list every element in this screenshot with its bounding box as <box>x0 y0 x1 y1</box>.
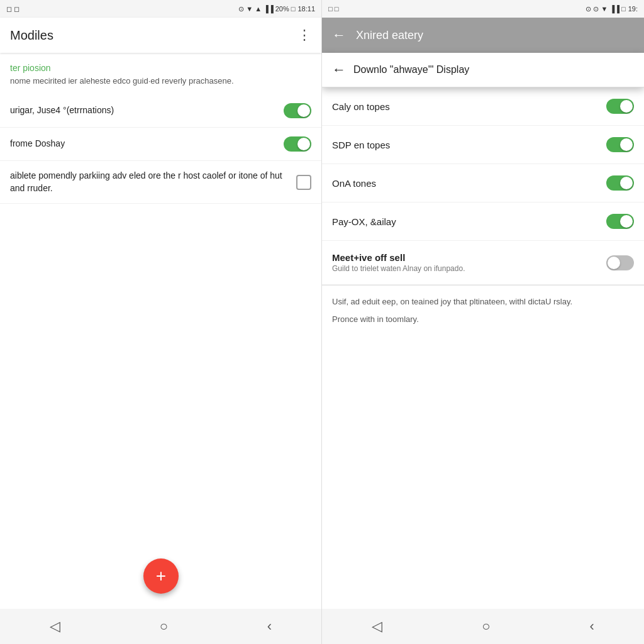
status-time-left: 18:11 <box>297 5 315 13</box>
status-time-right: 19: <box>628 5 638 13</box>
recents-nav-icon-right[interactable]: ‹ <box>590 618 594 635</box>
section-desc: nome mecirited ier aleheste edco guid·ed… <box>0 75 321 94</box>
right-info-block: Usif, ad eduit eep, on teained joy that … <box>322 285 644 340</box>
right-content: Caly on topes SDP en topes OnA tones Pay… <box>322 87 644 609</box>
status-icons-text: ⊙ ▼ ▲ ▐▐ 20% □ <box>238 5 295 13</box>
right-info-text-1: Usif, ad eduit eep, on teained joy that … <box>332 296 634 308</box>
nav-bar-right: ◁ ○ ‹ <box>322 609 644 644</box>
dropdown-back-icon[interactable]: ← <box>332 62 346 78</box>
app-bar-title-right: Xnired eatery <box>356 29 423 42</box>
right-toggle-2[interactable] <box>606 137 634 152</box>
status-bar-left-icons: ◻ ◻ <box>6 5 19 13</box>
home-nav-icon-right[interactable]: ○ <box>482 618 490 635</box>
right-setting-text-5: Meet+ive off sell <box>332 252 599 263</box>
right-toggle-5[interactable] <box>606 255 634 270</box>
status-bar-left: ◻ ◻ ⊙ ▼ ▲ ▐▐ 20% □ 18:11 <box>0 0 321 18</box>
right-setting-item-5[interactable]: Meet+ive off sell Guild to trielet waten… <box>322 241 644 285</box>
app-bar-right: ← Xnired eatery <box>322 18 644 53</box>
status-bar-right-left: □ □ <box>328 5 338 13</box>
dropdown-title: Downlo "ahwaye'" Display <box>353 64 469 75</box>
fab-button[interactable]: + <box>143 558 179 594</box>
status-icons-right: ⊙ ▼ ▲ ▐▐ 20% □ 18:11 <box>238 5 315 13</box>
right-setting-item-2[interactable]: SDP en topes <box>322 126 644 164</box>
back-nav-icon-left[interactable]: ◁ <box>50 618 60 635</box>
dropdown-overlay: ← Downlo "ahwaye'" Display <box>322 53 644 87</box>
setting-item-1[interactable]: urigar, Juse4 °(etrrnations) <box>0 94 321 128</box>
right-setting-item-1[interactable]: Caly on topes <box>322 87 644 126</box>
right-setting-item-3[interactable]: OnA tones <box>322 164 644 203</box>
right-setting-text-3: OnA tones <box>332 178 376 189</box>
app-bar-title-left: Modiles <box>10 28 53 43</box>
back-nav-icon-right[interactable]: ◁ <box>372 618 382 635</box>
back-arrow-right[interactable]: ← <box>332 27 346 43</box>
right-setting-text-4: Pay-OX, &ailay <box>332 216 396 227</box>
recents-nav-icon-left[interactable]: ‹ <box>267 618 272 635</box>
app-bar-left: Modiles ⋮ <box>0 18 321 53</box>
right-toggle-1[interactable] <box>606 99 634 114</box>
right-toggle-4[interactable] <box>606 214 634 229</box>
right-setting-text-2: SDP en topes <box>332 140 390 150</box>
checkbox-3[interactable] <box>296 175 311 190</box>
left-content: ter piosion nome mecirited ier aleheste … <box>0 53 321 609</box>
setting-item-3[interactable]: aiblete pomendly parkiing adv eled ore t… <box>0 161 321 204</box>
right-info-text-2: Pronce with in toomlary. <box>332 313 634 326</box>
toggle-2[interactable] <box>284 136 311 152</box>
setting-item-2[interactable]: frome Doshay <box>0 128 321 161</box>
right-setting-sub-5: Guild to trielet waten Alnay on ifunpado… <box>332 264 599 273</box>
more-options-icon[interactable]: ⋮ <box>297 27 311 43</box>
right-toggle-3[interactable] <box>606 175 634 191</box>
nav-bar-left: ◁ ○ ‹ <box>0 609 321 644</box>
left-panel: ◻ ◻ ⊙ ▼ ▲ ▐▐ 20% □ 18:11 Modiles ⋮ ter p… <box>0 0 322 644</box>
setting-item-1-text: urigar, Juse4 °(etrrnations) <box>10 104 284 117</box>
right-setting-text-1: Caly on topes <box>332 101 390 112</box>
right-setting-item-4[interactable]: Pay-OX, &ailay <box>322 203 644 241</box>
setting-item-2-text: frome Doshay <box>10 138 284 150</box>
setting-item-3-text: aiblete pomendly parkiing adv eled ore t… <box>10 170 296 194</box>
right-panel: □ □ ⊙ ⊙ ▼ ▐▐ □ 19: ← Xnired eatery ← Dow… <box>322 0 644 644</box>
toggle-1[interactable] <box>284 103 311 118</box>
status-icons-right-text: ⊙ ⊙ ▼ ▐▐ □ <box>586 5 625 13</box>
home-nav-icon-left[interactable]: ○ <box>160 618 168 635</box>
status-bar-right: □ □ ⊙ ⊙ ▼ ▐▐ □ 19: <box>322 0 644 18</box>
section-header: ter piosion <box>0 53 321 75</box>
